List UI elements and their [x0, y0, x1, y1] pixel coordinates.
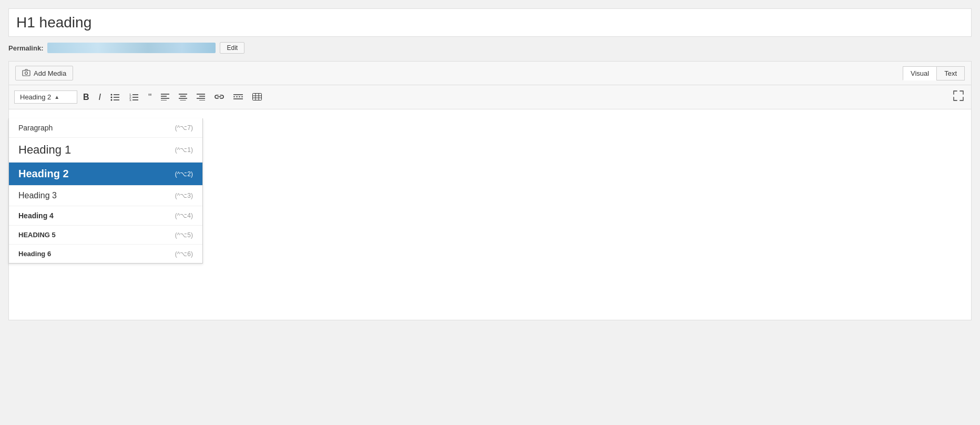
format-label-h5: HEADING 5 — [18, 231, 56, 239]
blockquote-button[interactable]: " — [145, 90, 155, 104]
format-label-h4: Heading 4 — [18, 211, 54, 220]
format-label-h1: Heading 1 — [18, 143, 71, 157]
align-left-button[interactable] — [157, 91, 173, 104]
permalink-label: Permalink: — [8, 44, 43, 52]
link-button[interactable] — [211, 91, 228, 104]
tab-visual[interactable]: Visual — [903, 66, 936, 80]
align-center-icon — [179, 93, 187, 100]
bullet-list-icon — [110, 93, 120, 101]
align-right-button[interactable] — [193, 91, 209, 104]
align-left-icon — [161, 93, 169, 100]
ordered-list-icon: 1.2.3. — [129, 93, 139, 101]
format-menu-item-h3[interactable]: Heading 3 (^⌥3) — [9, 186, 202, 206]
format-menu-item-h6[interactable]: Heading 6 (^⌥6) — [9, 245, 202, 263]
format-shortcut-h1: (^⌥1) — [175, 146, 193, 154]
tab-text[interactable]: Text — [936, 66, 965, 80]
ordered-list-button[interactable]: 1.2.3. — [126, 90, 142, 104]
link-icon — [215, 93, 224, 100]
format-shortcut-h3: (^⌥3) — [175, 192, 193, 199]
format-shortcut-h4: (^⌥4) — [175, 212, 193, 219]
format-menu-item-paragraph[interactable]: Paragraph (^⌥7) — [9, 118, 202, 138]
format-dropdown-label: Heading 2 — [20, 93, 51, 101]
unordered-list-button[interactable] — [107, 90, 124, 104]
add-media-button[interactable]: Add Media — [15, 66, 73, 80]
format-shortcut-h2: (^⌥2) — [175, 170, 193, 178]
fullscreen-icon — [953, 90, 964, 101]
view-tabs: Visual Text — [903, 66, 965, 80]
format-shortcut-h5: (^⌥5) — [175, 231, 193, 239]
format-menu-item-h1[interactable]: Heading 1 (^⌥1) — [9, 138, 202, 163]
svg-point-2 — [111, 94, 113, 95]
permalink-edit-button[interactable]: Edit — [220, 42, 244, 54]
format-label-h6: Heading 6 — [18, 250, 51, 258]
align-right-icon — [197, 93, 205, 100]
svg-rect-0 — [23, 70, 30, 76]
bold-button[interactable]: B — [79, 91, 93, 104]
fullscreen-button[interactable] — [951, 88, 966, 106]
editor-toolbar: Heading 2 ▲ B I 1.2.3. " — [9, 85, 971, 109]
more-icon — [233, 93, 243, 100]
align-center-button[interactable] — [175, 91, 191, 104]
format-dropdown[interactable]: Heading 2 ▲ — [14, 90, 77, 104]
svg-point-4 — [111, 96, 113, 98]
post-title-input[interactable] — [8, 8, 972, 37]
svg-rect-30 — [253, 93, 262, 100]
more-button[interactable] — [230, 91, 247, 104]
format-label-h2: Heading 2 — [18, 168, 69, 180]
format-dropdown-menu: Paragraph (^⌥7) Heading 1 (^⌥1) Heading … — [8, 118, 203, 264]
svg-point-6 — [111, 99, 113, 100]
format-label-h3: Heading 3 — [18, 191, 57, 200]
format-menu-item-h2[interactable]: Heading 2 (^⌥2) — [9, 163, 202, 186]
format-shortcut-h6: (^⌥6) — [175, 250, 193, 258]
permalink-url — [47, 43, 216, 53]
editor-top-bar: Add Media Visual Text — [9, 62, 971, 85]
format-menu-item-h4[interactable]: Heading 4 (^⌥4) — [9, 206, 202, 226]
svg-text:3.: 3. — [129, 98, 132, 101]
format-menu-item-h5[interactable]: HEADING 5 (^⌥5) — [9, 226, 202, 245]
permalink-row: Permalink: Edit — [8, 42, 972, 54]
table-button[interactable] — [249, 91, 266, 104]
format-label-paragraph: Paragraph — [18, 124, 53, 132]
add-media-label: Add Media — [34, 69, 66, 77]
dropdown-arrow-icon: ▲ — [54, 94, 59, 100]
format-shortcut-paragraph: (^⌥7) — [175, 124, 193, 131]
add-media-icon — [22, 69, 30, 77]
italic-button[interactable]: I — [95, 91, 105, 104]
table-icon — [252, 93, 262, 100]
svg-point-1 — [25, 72, 28, 75]
